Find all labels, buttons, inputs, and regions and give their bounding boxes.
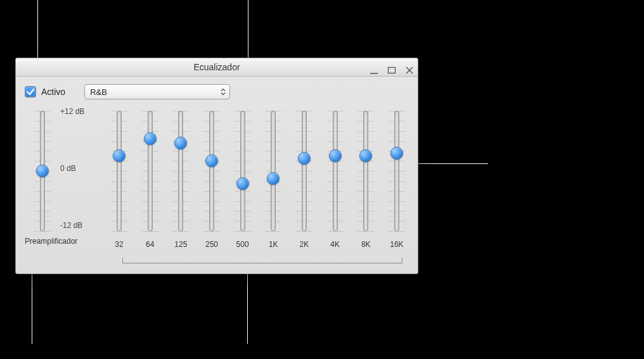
close-button[interactable]	[405, 63, 414, 72]
db-label-bottom: -12 dB	[60, 221, 82, 230]
slider-groove	[117, 111, 122, 231]
band-32	[108, 108, 130, 231]
band-slider-64[interactable]	[144, 111, 157, 231]
freq-label-2K: 2K	[293, 240, 315, 253]
freq-label-125: 125	[170, 240, 191, 253]
bands-bracket	[122, 258, 402, 263]
eq-grid: +12 dB 0 dB -12 dB	[25, 108, 409, 231]
minimize-button[interactable]	[370, 63, 378, 72]
controls-row: Activo R&B	[16, 77, 418, 103]
band-slider-1K[interactable]	[267, 111, 280, 231]
preset-value: R&B	[90, 87, 107, 97]
bands-column	[105, 108, 409, 231]
freq-label-16K: 16K	[386, 240, 408, 253]
svg-rect-1	[389, 68, 396, 73]
slider-groove	[148, 111, 153, 231]
equalizer-window: Ecualizador Activo R&B	[15, 58, 418, 274]
preamp-thumb[interactable]	[36, 165, 49, 177]
band-16K	[386, 108, 408, 231]
band-slider-16K[interactable]	[390, 111, 403, 231]
eq-area: +12 dB 0 dB -12 dB Preamplificador 32641…	[16, 103, 418, 261]
band-slider-500[interactable]	[236, 111, 249, 231]
callout-line-preset	[248, 0, 248, 58]
labels-row: Preamplificador 32641252505001K2K4K8K16K	[25, 235, 409, 253]
band-4K	[325, 108, 346, 231]
band-thumb-1K[interactable]	[267, 172, 280, 185]
titlebar: Ecualizador	[16, 58, 418, 77]
checkmark-icon	[26, 87, 35, 96]
slider-groove	[240, 111, 245, 231]
band-500	[232, 108, 254, 231]
freq-label-8K: 8K	[355, 240, 377, 253]
slider-groove	[302, 111, 307, 231]
window-controls	[370, 58, 414, 76]
active-checkbox[interactable]	[25, 86, 36, 98]
slider-groove	[394, 111, 399, 231]
db-label-top: +12 dB	[60, 107, 84, 116]
slider-groove	[209, 111, 214, 231]
band-thumb-250[interactable]	[205, 154, 218, 167]
freq-label-32: 32	[108, 240, 130, 253]
band-thumb-64[interactable]	[144, 132, 157, 145]
band-250	[201, 108, 222, 231]
slider-groove	[271, 111, 276, 231]
band-slider-125[interactable]	[174, 111, 187, 231]
active-label: Activo	[41, 87, 65, 97]
slider-groove	[363, 111, 368, 231]
db-label-mid: 0 dB	[60, 164, 76, 173]
band-thumb-16K[interactable]	[390, 147, 403, 160]
freq-label-4K: 4K	[325, 240, 346, 253]
band-thumb-125[interactable]	[174, 137, 187, 149]
preamp-slider[interactable]	[36, 111, 49, 231]
freq-label-1K: 1K	[262, 240, 284, 253]
band-125	[170, 108, 191, 231]
band-thumb-4K[interactable]	[329, 149, 342, 162]
preset-select[interactable]: R&B	[84, 84, 230, 99]
band-thumb-500[interactable]	[236, 177, 249, 190]
slider-groove	[178, 111, 183, 231]
band-8K	[355, 108, 377, 231]
band-64	[139, 108, 161, 231]
chevron-up-down-icon	[221, 89, 226, 96]
band-thumb-8K[interactable]	[359, 149, 372, 162]
band-slider-4K[interactable]	[329, 111, 342, 231]
db-scale: +12 dB 0 dB -12 dB	[60, 108, 105, 231]
band-thumb-32[interactable]	[113, 149, 126, 162]
freq-label-64: 64	[139, 240, 161, 253]
freq-label-250: 250	[201, 240, 222, 253]
slider-groove	[333, 111, 338, 231]
band-1K	[262, 108, 284, 231]
callout-line-preamp	[32, 274, 32, 344]
band-slider-8K[interactable]	[359, 111, 372, 231]
band-slider-250[interactable]	[205, 111, 218, 231]
band-2K	[293, 108, 315, 231]
callout-line-active	[37, 0, 38, 58]
freq-label-500: 500	[232, 240, 254, 253]
band-slider-2K[interactable]	[298, 111, 311, 231]
window-title: Ecualizador	[193, 62, 240, 72]
maximize-button[interactable]	[387, 63, 396, 72]
callout-line-bands	[247, 274, 248, 344]
band-thumb-2K[interactable]	[298, 152, 311, 165]
band-slider-32[interactable]	[113, 111, 126, 231]
preamp-caption: Preamplificador	[25, 237, 77, 246]
callout-line-sliders	[418, 163, 488, 164]
preamp-column	[25, 108, 60, 231]
freq-labels: 32641252505001K2K4K8K16K	[105, 235, 409, 253]
